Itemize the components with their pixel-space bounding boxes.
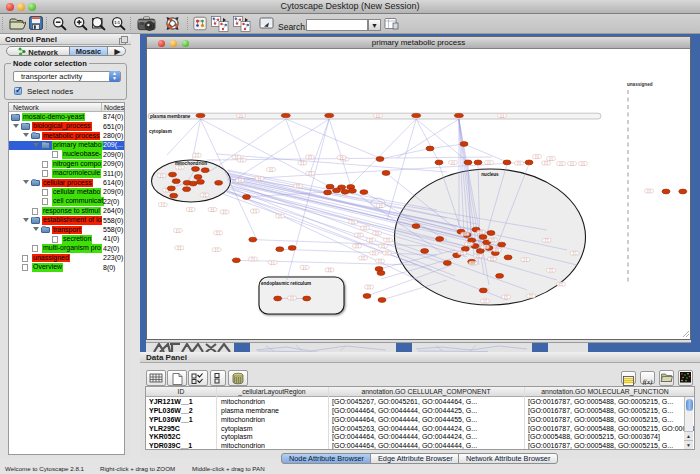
svg-text:[··]: [··] — [160, 174, 163, 178]
svg-text:cytoplasm: cytoplasm — [149, 129, 172, 134]
svg-text:[··]: [··] — [504, 295, 507, 299]
svg-text:[··]: [··] — [189, 208, 192, 212]
svg-text:[··]: [··] — [385, 251, 388, 255]
svg-text:[··]: [··] — [549, 268, 552, 272]
svg-text:[··]: [··] — [647, 189, 650, 193]
svg-text:[··]: [··] — [476, 254, 479, 258]
svg-text:[··]: [··] — [340, 156, 343, 160]
svg-text:[··]: [··] — [517, 161, 520, 165]
svg-text:[··]: [··] — [223, 210, 226, 214]
svg-text:[··]: [··] — [573, 251, 576, 255]
svg-text:[··]: [··] — [161, 203, 164, 207]
svg-text:[··]: [··] — [351, 220, 354, 224]
svg-text:[··]: [··] — [570, 162, 573, 166]
svg-text:[··]: [··] — [375, 231, 378, 235]
svg-text:[··]: [··] — [178, 246, 181, 250]
svg-text:[··]: [··] — [378, 259, 381, 263]
svg-text:plasma membrane: plasma membrane — [150, 114, 191, 119]
svg-text:[··]: [··] — [178, 165, 181, 169]
svg-text:[··]: [··] — [271, 261, 274, 265]
svg-text:[··]: [··] — [545, 238, 548, 242]
svg-text:[··]: [··] — [491, 238, 494, 242]
svg-text:[··]: [··] — [559, 162, 562, 166]
svg-text:mitochondrion: mitochondrion — [175, 161, 207, 166]
svg-text:[··]: [··] — [386, 238, 389, 242]
svg-text:[··]: [··] — [215, 248, 218, 252]
svg-text:[··]: [··] — [217, 231, 220, 235]
svg-text:[··]: [··] — [361, 256, 364, 260]
svg-text:[··]: [··] — [251, 257, 254, 261]
svg-text:[··]: [··] — [535, 155, 538, 159]
svg-text:[··]: [··] — [176, 229, 179, 233]
svg-text:[··]: [··] — [495, 248, 498, 252]
svg-text:[··]: [··] — [483, 299, 486, 303]
svg-text:[··]: [··] — [376, 114, 379, 118]
svg-text:[··]: [··] — [357, 233, 360, 237]
svg-text:[··]: [··] — [559, 282, 562, 286]
svg-text:[··]: [··] — [467, 242, 470, 246]
svg-text:[··]: [··] — [367, 285, 370, 289]
svg-text:[··]: [··] — [303, 266, 306, 270]
svg-text:[··]: [··] — [381, 244, 384, 248]
svg-text:[··]: [··] — [301, 161, 304, 165]
svg-text:[··]: [··] — [211, 208, 214, 212]
svg-text:[··]: [··] — [379, 204, 382, 208]
svg-text:[··]: [··] — [258, 177, 261, 181]
svg-text:[··]: [··] — [581, 162, 584, 166]
svg-text:[··]: [··] — [235, 155, 238, 159]
svg-text:[··]: [··] — [524, 258, 527, 262]
svg-text:[··]: [··] — [479, 230, 482, 234]
svg-text:[··]: [··] — [355, 244, 358, 248]
svg-text:[··]: [··] — [549, 157, 552, 161]
svg-text:[··]: [··] — [253, 209, 256, 213]
svg-text:[··]: [··] — [195, 153, 198, 157]
svg-text:f(x): f(x) — [643, 378, 653, 386]
svg-text:[··]: [··] — [471, 261, 474, 265]
svg-text:[··]: [··] — [203, 193, 206, 197]
svg-text:[··]: [··] — [483, 245, 486, 249]
svg-text:[··]: [··] — [269, 168, 272, 172]
svg-text:[··]: [··] — [529, 294, 532, 298]
svg-text:[··]: [··] — [308, 155, 311, 159]
svg-text:[··]: [··] — [239, 114, 242, 118]
svg-text:[··]: [··] — [328, 268, 331, 272]
svg-text:[··]: [··] — [290, 296, 293, 300]
svg-text:[··]: [··] — [372, 251, 375, 255]
svg-text:[··]: [··] — [369, 238, 372, 242]
svg-text:[··]: [··] — [487, 161, 490, 165]
svg-text:unassigned: unassigned — [627, 82, 653, 87]
svg-text:[··]: [··] — [296, 184, 299, 188]
svg-text:[··]: [··] — [451, 161, 454, 165]
svg-text:[··]: [··] — [278, 214, 281, 218]
svg-text:[··]: [··] — [238, 179, 241, 183]
svg-text:[··]: [··] — [460, 251, 463, 255]
svg-text:nucleus: nucleus — [481, 172, 499, 177]
svg-text:1:1: 1:1 — [114, 20, 121, 25]
svg-text:[··]: [··] — [500, 114, 503, 118]
svg-text:[··]: [··] — [544, 161, 547, 165]
svg-text:[··]: [··] — [363, 226, 366, 230]
svg-text:[··]: [··] — [490, 257, 493, 261]
svg-text:[··]: [··] — [309, 171, 312, 175]
svg-text:[··]: [··] — [463, 232, 466, 236]
svg-text:endoplasmic reticulum: endoplasmic reticulum — [261, 281, 311, 286]
